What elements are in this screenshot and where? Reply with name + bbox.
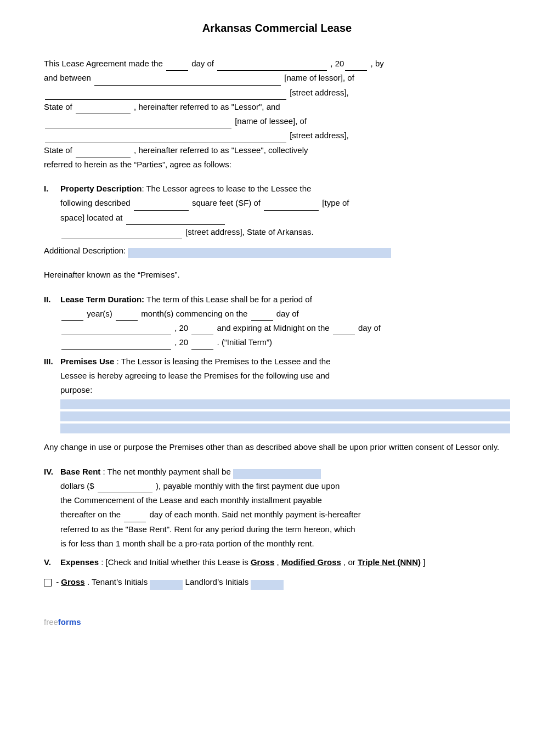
lessee-name-blank[interactable] bbox=[45, 119, 231, 128]
section2-expiring: and expiring at Midnight on the bbox=[217, 323, 332, 332]
modified-gross-label: Modified Gross bbox=[281, 557, 341, 567]
purpose-line2[interactable] bbox=[60, 411, 510, 421]
state-of-lessee-pre: State of bbox=[44, 145, 72, 155]
section3-content: Premises Use : The Lessor is leasing the… bbox=[60, 354, 510, 436]
intro-day-of: day of bbox=[191, 59, 216, 68]
purpose-line1[interactable] bbox=[60, 399, 510, 409]
state-of-lessor-pre: State of bbox=[44, 102, 72, 111]
section2-years-label: year(s) bbox=[87, 309, 115, 318]
section4-roman: IV. bbox=[44, 465, 55, 551]
additional-description-row: Additional Description: bbox=[44, 244, 510, 258]
footer: freeforms bbox=[44, 617, 510, 627]
intro-by: , by bbox=[371, 59, 384, 68]
section5-title: Expenses bbox=[60, 557, 99, 567]
section4-dollars-pre: dollars ($ bbox=[60, 481, 94, 490]
purpose-line3[interactable] bbox=[60, 424, 510, 433]
section5-text1: : [Check and Initial whether this Lease … bbox=[101, 557, 251, 567]
lessee-state-blank[interactable] bbox=[76, 148, 131, 157]
gross-checkbox[interactable] bbox=[44, 579, 52, 586]
hereinafter-para: Hereinafter known as the “Premises”. bbox=[44, 268, 510, 282]
section4-thereafter: thereafter on the bbox=[60, 510, 123, 519]
lessor-name-blank[interactable] bbox=[94, 76, 281, 86]
gross-landlord-initials-label: Landlord’s Initials bbox=[185, 577, 251, 586]
end-month-blank[interactable] bbox=[61, 340, 171, 350]
section4-text7: referred to as the "Base Rent". Rent for… bbox=[60, 524, 355, 534]
tenant-initials-blank[interactable] bbox=[150, 580, 183, 590]
section2-title: Lease Term Duration: bbox=[60, 295, 144, 304]
section1-roman: I. bbox=[44, 182, 55, 239]
section5-text4: ] bbox=[423, 557, 425, 567]
section4-content: Base Rent : The net monthly payment shal… bbox=[60, 465, 510, 551]
year-blank[interactable] bbox=[345, 61, 367, 71]
lessor-name-label: [name of lessor], of bbox=[284, 73, 354, 82]
section2-year2-pre: , 20 bbox=[174, 337, 188, 347]
section4-text1: : The net monthly payment shall be bbox=[103, 467, 233, 476]
section2-months-label: month(s) commencing on the bbox=[141, 309, 250, 318]
section4-text6: day of each month. Said net monthly paym… bbox=[149, 510, 360, 519]
section5-text3: , or bbox=[343, 557, 358, 567]
section-expenses: V. Expenses : [Check and Initial whether… bbox=[44, 555, 510, 569]
lessee-street-blank[interactable] bbox=[45, 133, 286, 143]
section5-content: Expenses : [Check and Initial whether th… bbox=[60, 555, 510, 569]
start-day-blank[interactable] bbox=[251, 311, 273, 321]
intro-paragraph: This Lease Agreement made the day of , 2… bbox=[44, 57, 510, 172]
section2-roman: II. bbox=[44, 292, 55, 350]
intro-line1-pre: This Lease Agreement made the bbox=[44, 59, 163, 68]
lessor-street-label: [street address], bbox=[290, 88, 349, 97]
start-month-blank[interactable] bbox=[61, 325, 171, 335]
footer-free: free bbox=[44, 617, 58, 627]
section2-text1: The term of this Lease shall be for a pe… bbox=[146, 295, 312, 304]
lessee-referred: , hereinafter referred to as "Lessee", c… bbox=[134, 145, 308, 155]
section3-text2: Lessee is hereby agreeing to lease the P… bbox=[60, 371, 330, 380]
lessor-referred: , hereinafter referred to as "Lessor", a… bbox=[134, 102, 280, 111]
section1-content: Property Description: The Lessor agrees … bbox=[60, 182, 510, 239]
section2-content: Lease Term Duration: The term of this Le… bbox=[60, 292, 510, 350]
gross-tenant-initials-label: . Tenant’s Initials bbox=[87, 577, 150, 586]
triple-net-label: Triple Net (NNN) bbox=[358, 557, 421, 567]
additional-description-blank[interactable] bbox=[128, 248, 391, 258]
sqft-blank[interactable] bbox=[134, 201, 189, 211]
section3-roman: III. bbox=[44, 354, 55, 436]
property-address-blank1[interactable] bbox=[126, 215, 225, 225]
intro-year-pre: , 20 bbox=[330, 59, 344, 68]
start-year-blank[interactable] bbox=[191, 325, 213, 335]
section4-text8: is for less than 1 month shall be a pro-… bbox=[60, 539, 314, 548]
months-blank[interactable] bbox=[116, 311, 138, 321]
gross-label: Gross bbox=[251, 557, 274, 567]
intro-and-between: and between bbox=[44, 73, 91, 82]
rent-amount-words-blank[interactable] bbox=[233, 469, 321, 479]
payment-day-blank[interactable] bbox=[124, 512, 146, 522]
day-blank[interactable] bbox=[166, 61, 188, 71]
section4-text4: the Commencement of the Lease and each m… bbox=[60, 495, 322, 505]
space-type-blank[interactable] bbox=[264, 201, 319, 211]
lessee-street-label: [street address], bbox=[290, 131, 349, 140]
gross-option-label: Gross bbox=[61, 577, 84, 586]
section2-initial-term: . (“Initial Term”) bbox=[217, 337, 273, 347]
section1-sqft-label: square feet (SF) of bbox=[192, 198, 263, 207]
month-blank[interactable] bbox=[217, 61, 327, 71]
lessor-street-blank[interactable] bbox=[45, 90, 286, 100]
section2-day-of: day of bbox=[276, 309, 299, 318]
section4-title: Base Rent bbox=[60, 467, 100, 476]
property-address-blank2[interactable] bbox=[61, 229, 182, 239]
section-base-rent: IV. Base Rent : The net monthly payment … bbox=[44, 465, 510, 551]
end-day-blank[interactable] bbox=[333, 325, 355, 335]
landlord-initials-blank[interactable] bbox=[251, 580, 284, 590]
parties-line: referred to herein as the “Parties”, agr… bbox=[44, 160, 231, 169]
section5-roman: V. bbox=[44, 555, 55, 569]
gross-dash: - bbox=[56, 577, 61, 586]
section1-state: [street address], State of Arkansas. bbox=[185, 227, 313, 236]
lessee-name-label: [name of lessee], of bbox=[235, 116, 307, 126]
rent-amount-num-blank[interactable] bbox=[98, 483, 152, 493]
section1-located-at: space] located at bbox=[60, 213, 125, 222]
years-blank[interactable] bbox=[61, 311, 83, 321]
section2-day-of-2: day of bbox=[358, 323, 381, 332]
section3-title: Premises Use bbox=[60, 357, 114, 366]
section1-text2: following described bbox=[60, 198, 131, 207]
lessor-state-blank[interactable] bbox=[76, 104, 131, 114]
section2-year-pre: , 20 bbox=[174, 323, 188, 332]
page-title: Arkansas Commercial Lease bbox=[44, 22, 510, 35]
section5-text2: , bbox=[276, 557, 281, 567]
additional-description-label: Additional Description: bbox=[44, 246, 126, 255]
end-year-blank[interactable] bbox=[191, 340, 213, 350]
